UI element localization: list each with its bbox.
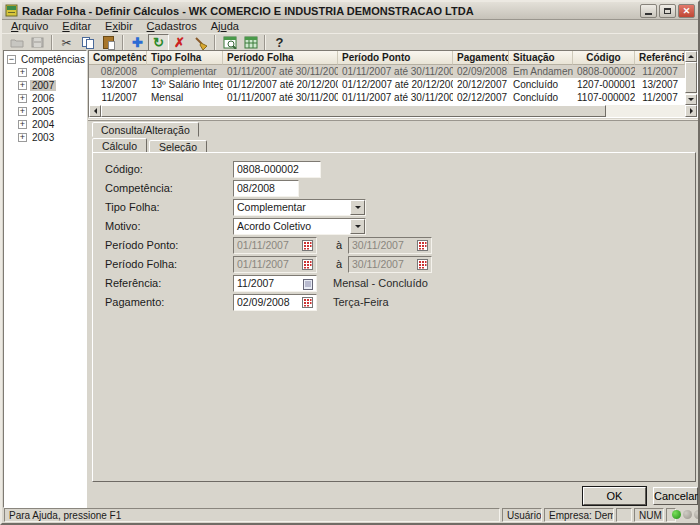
close-icon: ✕ [683,6,691,16]
arrow-up-icon [688,52,694,58]
menu-cadastros[interactable]: Cadastros [140,20,204,33]
pagamento-row: Pagamento: 02/09/2008 Terça-Feira [93,294,695,311]
tab-consulta-alteracao[interactable]: Consulta/Alteração [92,122,199,137]
status-user: Usuário: [502,508,542,522]
competencias-tree: − Competências + 2008 + 2007 + 2006 + 20… [3,50,87,508]
expand-icon[interactable]: + [18,133,27,142]
table-row[interactable]: 08/2008 Complementar 01/11/2007 até 30/1… [89,65,685,78]
tipo-folha-row: Tipo Folha: Complementar [93,199,695,216]
collapse-icon[interactable]: − [7,55,16,64]
add-icon: ✚ [132,35,143,50]
refresh-button[interactable]: ↻ [148,34,169,51]
column-header[interactable]: Situação [509,51,573,65]
expand-icon[interactable]: + [18,94,27,103]
tab-calculo[interactable]: Cálculo [92,138,147,153]
periodo-ponto-row: Período Ponto: 01/11/2007 à 30/11/2007 [93,237,695,254]
dropdown-button[interactable] [350,200,365,215]
chevron-down-icon [355,206,361,212]
column-header[interactable]: Período Folha [223,51,338,65]
competencia-field[interactable]: 08/2008 [233,180,299,197]
scroll-up-button[interactable] [685,51,697,62]
scroll-down-button[interactable] [685,94,697,105]
column-header[interactable]: Período Ponto [338,51,453,65]
motivo-row: Motivo: Acordo Coletivo [93,218,695,235]
dropdown-button[interactable] [350,219,365,234]
restore-button[interactable] [659,4,676,18]
tree-node-2003[interactable]: + 2003 [4,131,86,144]
codigo-row: Código: 0808-000002 [93,161,695,178]
add-button[interactable]: ✚ [127,34,148,51]
tree-node-2004[interactable]: + 2004 [4,118,86,131]
pagamento-field[interactable]: 02/09/2008 [233,294,317,311]
refresh-icon: ↻ [153,35,164,50]
app-icon [5,4,18,17]
preview-button[interactable] [219,34,240,51]
clean-button[interactable] [190,34,211,51]
arrow-left-icon [91,108,97,114]
tree-node-2006[interactable]: + 2006 [4,92,86,105]
ok-button[interactable]: OK [583,487,646,505]
menu-editar[interactable]: Editar [55,20,98,33]
tree-node-2008[interactable]: + 2008 [4,66,86,79]
scroll-right-button[interactable] [685,105,697,117]
sheet-button[interactable] [240,34,261,51]
codigo-label: Código: [105,161,143,178]
codigo-field[interactable]: 0808-000002 [233,161,321,178]
periodo-ponto-sep: à [336,237,342,254]
referencia-note: Mensal - Concluído [333,275,428,292]
motivo-label: Motivo: [105,218,140,235]
table-row[interactable]: 13/2007 13º Salário Integr 01/12/2007 at… [89,78,685,91]
periodo-folha-row: Período Folha: 01/11/2007 à 30/11/2007 [93,256,695,273]
led-green-icon [672,510,681,519]
toolbar-separator [214,35,216,50]
save-icon [31,37,44,48]
expand-icon[interactable]: + [18,107,27,116]
scrollbar-thumb[interactable] [685,62,697,93]
scrollbar-thumb[interactable] [101,105,606,117]
tipo-folha-select[interactable]: Complementar [233,199,366,216]
paste-icon [103,36,114,49]
table-row[interactable]: 11/2007 Mensal 01/11/2007 até 30/11/2007… [89,91,685,104]
horizontal-scrollbar[interactable] [89,105,697,117]
paste-button[interactable] [98,34,119,51]
close-button[interactable]: ✕ [678,4,695,18]
open-button [6,34,27,51]
expand-icon[interactable]: + [18,120,27,129]
vertical-scrollbar[interactable] [685,51,697,105]
column-header[interactable]: Competência [89,51,147,65]
arrow-right-icon [690,108,696,114]
column-header[interactable]: Referência [635,51,685,65]
copy-button[interactable] [77,34,98,51]
calculo-tab-page: Código: 0808-000002 Competência: 08/2008… [92,152,696,482]
help-button[interactable]: ? [269,34,290,51]
tree-node-competencias[interactable]: − Competências [4,53,86,66]
tipo-folha-label: Tipo Folha: [105,199,160,216]
menu-bar: Arquivo Editar Exibir Cadastros Ajuda [2,20,698,33]
referencia-field[interactable]: 11/2007 [233,275,317,292]
menu-ajuda[interactable]: Ajuda [204,20,246,33]
referencia-label: Referência: [105,275,161,292]
column-header[interactable]: Código [573,51,635,65]
status-company: Empresa: Demo [544,508,614,522]
menu-exibir[interactable]: Exibir [98,20,140,33]
column-header[interactable]: Pagamento [453,51,509,65]
expand-icon[interactable]: + [18,68,27,77]
scroll-left-button[interactable] [89,105,101,117]
cut-button[interactable]: ✂ [56,34,77,51]
calendar-icon [417,240,428,251]
motivo-select[interactable]: Acordo Coletivo [233,218,366,235]
sheet-icon [244,36,258,49]
pagamento-note: Terça-Feira [333,294,389,311]
tree-node-2005[interactable]: + 2005 [4,105,86,118]
menu-arquivo[interactable]: Arquivo [4,20,55,33]
save-button [27,34,48,51]
calendar-icon [302,297,313,308]
arrow-down-icon [688,98,694,104]
status-leds [672,510,700,519]
cancel-button[interactable]: Cancelar [653,487,698,505]
column-header[interactable]: Tipo Folha [147,51,223,65]
tree-node-2007[interactable]: + 2007 [4,79,86,92]
delete-button[interactable]: ✗ [169,34,190,51]
minimize-button[interactable] [640,4,657,18]
expand-icon[interactable]: + [18,81,27,90]
